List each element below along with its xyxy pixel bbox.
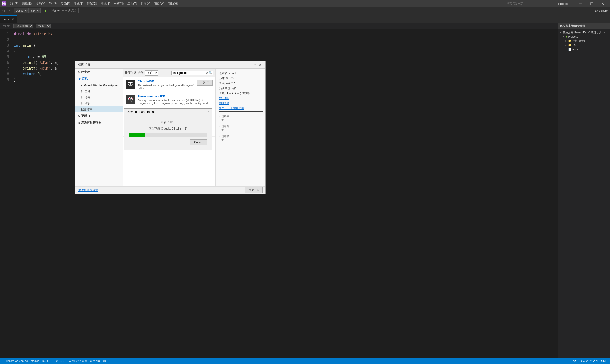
scope-select[interactable]: (全局范围) — [13, 24, 33, 28]
symbol-select[interactable]: main() — [36, 24, 51, 28]
sidebar-templates[interactable]: ▷ 模板 — [75, 101, 123, 106]
zoom-level: 165 % — [42, 360, 49, 362]
sidebar-updates[interactable]: ▷ 更新 (1) — [75, 112, 123, 119]
download-dialog-body: 正在下载... 正在下载 ClaudiaIDE...1 (共 1) Cancel — [124, 115, 212, 150]
menu-extensions[interactable]: 扩展(X) — [139, 1, 152, 7]
solution-explorer-title: 解决方案资源管理器 — [560, 24, 585, 28]
download-title-text: Download and Install — [127, 110, 208, 114]
ext-sidebar: ▷ 已安装 ▼ 联机 ▼ Visual Studio Marketplace ▷… — [75, 69, 123, 186]
sidebar-search-results[interactable]: 搜索结果 — [75, 106, 123, 112]
ext-pronama-info: Pronama-chan IDE Display mascot characte… — [138, 95, 213, 104]
project-name: Project1 — [568, 35, 578, 38]
solution-arrow: ▼ — [560, 31, 562, 34]
nav-fwd-button[interactable]: ▷ — [6, 9, 11, 13]
download-title-bar: Download and Install × — [124, 109, 212, 115]
detail-plan-uninstall: 计划卸载: 无 — [219, 135, 263, 142]
menu-git[interactable]: Git(G) — [47, 1, 59, 7]
ext-search-input[interactable] — [172, 71, 206, 75]
nav-back-button[interactable]: ◁ — [1, 9, 6, 13]
publish-note-link[interactable]: 发行说明 — [219, 97, 229, 100]
debug-config-select[interactable]: Debug — [13, 8, 29, 13]
code-line-1: #include <stdio.h> — [12, 31, 558, 37]
report-link[interactable]: 向 Microsoft 报告扩展 — [219, 107, 244, 110]
tab-test-c[interactable]: test.c ✕ — [0, 15, 17, 23]
search-clear-icon[interactable]: ✕ — [206, 71, 208, 75]
menu-tools[interactable]: 工具(T) — [126, 1, 139, 7]
sidebar-marketplace[interactable]: ▼ Visual Studio Marketplace — [75, 82, 123, 89]
sidebar-installed[interactable]: ▷ 已安装 — [75, 69, 123, 76]
minimize-button[interactable]: ─ — [575, 0, 586, 7]
sidebar-roaming[interactable]: ▷ 漫游扩展管理器 — [75, 119, 123, 126]
project-arrow: ▼ — [563, 36, 565, 38]
project-label: Project1 — [2, 25, 12, 27]
plan-update-value: 无 — [221, 128, 263, 132]
window-controls: ─ □ ✕ — [575, 0, 608, 7]
global-search-input[interactable] — [505, 1, 552, 6]
list-item[interactable]: 🎌 Pronama-chan IDE Display mascot charac… — [123, 92, 215, 107]
menu-test[interactable]: 测试(S) — [99, 1, 112, 7]
vs-logo — [2, 1, 6, 6]
menu-help[interactable]: 帮助(H) — [166, 1, 180, 7]
tree-item-x64[interactable]: ▷ 📁 x64 — [558, 43, 610, 47]
tree-item-solution[interactable]: ▼ 解决方案 'Project1' (1 个项目，共 1) — [558, 30, 610, 35]
live-share-button[interactable]: Live Share — [594, 9, 609, 13]
maximize-button[interactable]: □ — [586, 0, 597, 7]
error-indicator[interactable]: ⊗ 0 ⚠ 0 — [52, 360, 66, 363]
svg-marker-1 — [4, 2, 6, 5]
platform-select[interactable]: x64 — [29, 8, 40, 13]
menu-bar: 文件(F) 编辑(E) 视图(V) Git(G) 项目(P) 生成(B) 调试(… — [7, 1, 180, 7]
testc-label: test.c — [572, 48, 579, 51]
details-link[interactable]: 详细信息 — [219, 102, 229, 104]
ext-pronama-name: Pronama-chan IDE — [138, 95, 213, 98]
sort-label: 排序依据: 关联 — [125, 71, 144, 75]
ext-manager-title: 管理扩展 — [78, 63, 255, 67]
help-icon[interactable]: ? — [255, 63, 256, 66]
menu-analyze[interactable]: 分析(N) — [112, 1, 126, 7]
pause-button[interactable]: ⏸ — [80, 9, 85, 13]
menu-view[interactable]: 视图(V) — [34, 1, 47, 7]
code-line-3: int main() — [12, 43, 558, 48]
detail-report-link[interactable]: 向 Microsoft 报告扩展 — [219, 106, 263, 110]
creator-value: 创建者: k.buchi — [220, 72, 237, 75]
tree-item-external[interactable]: ▷ 📁 外部依赖项 — [558, 39, 610, 43]
change-settings-link[interactable]: 更改扩展的设置 — [78, 188, 98, 192]
list-item[interactable]: 🖼 ClaudiaIDE This extension change the b… — [123, 77, 215, 92]
close-button[interactable]: ✕ — [597, 0, 608, 7]
tab-label: test.c — [3, 18, 10, 21]
tree-item-project[interactable]: ▼ ■ Project1 — [558, 35, 610, 39]
menu-debug[interactable]: 调试(D) — [85, 1, 99, 7]
detail-version: 版本: 3.1.35 — [219, 77, 263, 80]
updates-label: 更新 (1) — [81, 114, 91, 118]
sidebar-linked[interactable]: ▼ 联机 — [75, 76, 123, 82]
sidebar-controls[interactable]: ▷ 控件 — [75, 95, 123, 101]
solution-label: 解决方案 'Project1' (1 个项目，共 1) — [563, 31, 605, 34]
detail-plan-update: 计划更新: 无 — [219, 125, 263, 132]
installed-label: 已安装 — [81, 70, 90, 74]
menu-file[interactable]: 文件(F) — [7, 1, 20, 7]
tree-item-test-c[interactable]: ▷ 📄 test.c — [558, 47, 610, 51]
menu-edit[interactable]: 编辑(E) — [20, 1, 34, 7]
status-right: 行:8 字符:2 制表符 CRLF — [572, 359, 608, 363]
ext-deps-arrow: ▷ — [565, 40, 567, 42]
menu-project[interactable]: 项目(P) — [59, 1, 72, 7]
menu-build[interactable]: 生成(B) — [72, 1, 85, 7]
x64-icon: 📁 — [568, 44, 571, 47]
detail-publish-link[interactable]: 发行说明 — [219, 96, 263, 100]
download-dialog-close-button[interactable]: × — [208, 110, 209, 114]
download-cancel-button[interactable]: Cancel — [190, 139, 207, 145]
status-bar: ⑂ lingers-warehouse master 165 % ⊗ 0 ⚠ 0… — [0, 358, 610, 364]
templates-arrow: ▷ — [81, 102, 84, 105]
ext-manager-close-button[interactable]: × — [258, 62, 263, 67]
claudia-download-button[interactable]: 下载(D) — [196, 79, 213, 86]
sort-select[interactable]: 关联 名称 评分 — [145, 70, 158, 76]
sidebar-tools[interactable]: ▷ 工具 — [75, 89, 123, 95]
ext-manager-close-bottom-button[interactable]: 关闭(C) — [245, 187, 263, 194]
output-label[interactable]: 输出 — [103, 359, 108, 363]
download-status-text: 正在下载... — [161, 120, 176, 124]
code-line-5: char a = 65; — [12, 54, 558, 60]
error-list-label[interactable]: 错误列表 — [90, 359, 100, 363]
run-button[interactable]: ▶ — [43, 8, 49, 13]
tab-close-button[interactable]: ✕ — [11, 18, 14, 21]
detail-details-link[interactable]: 详细信息 — [219, 102, 263, 105]
menu-window[interactable]: 窗口(W) — [152, 1, 166, 7]
